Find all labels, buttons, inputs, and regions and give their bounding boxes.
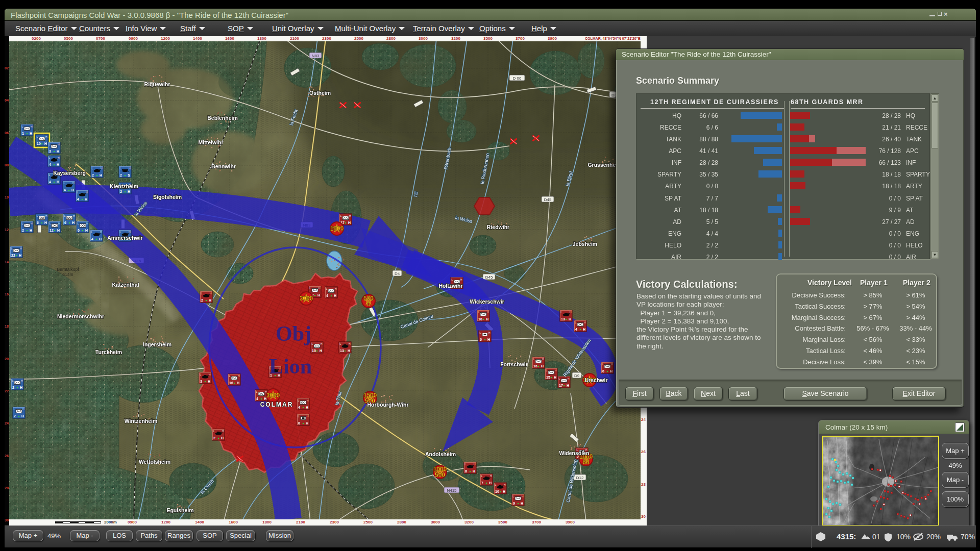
svg-text:D45: D45: [544, 197, 552, 202]
svg-text:H: H: [348, 349, 350, 353]
svg-text:H: H: [503, 490, 505, 493]
svg-text:H: H: [320, 349, 322, 353]
svg-text:2: 2: [120, 190, 122, 193]
svg-text:3: 3: [49, 149, 51, 153]
svg-text:Horbourgh-Wihr: Horbourgh-Wihr: [368, 402, 409, 408]
svg-text:70%: 70%: [961, 533, 975, 541]
svg-text:H: H: [489, 481, 492, 485]
svg-text:4: 4: [326, 294, 328, 297]
svg-text:13: 13: [340, 349, 344, 353]
svg-text:L: L: [49, 156, 51, 159]
svg-text:4: 4: [298, 406, 300, 409]
svg-text:H: H: [221, 436, 224, 440]
svg-text:D4: D4: [395, 271, 400, 276]
svg-text:H: H: [129, 167, 131, 170]
svg-text:H: H: [522, 495, 524, 498]
svg-text:L: L: [78, 222, 79, 225]
svg-text:H: H: [317, 293, 320, 297]
svg-text:L: L: [561, 311, 562, 314]
svg-text:L: L: [480, 331, 481, 334]
svg-text:H: H: [487, 338, 490, 341]
svg-text:L: L: [533, 358, 535, 361]
svg-text:Wettolsheim: Wettolsheim: [139, 459, 170, 465]
svg-text:16: 16: [478, 317, 482, 321]
svg-text:D45: D45: [485, 275, 493, 280]
svg-text:H: H: [100, 173, 102, 177]
svg-text:H: H: [584, 321, 586, 324]
svg-text:Niedermorschwihr: Niedermorschwihr: [57, 313, 104, 319]
svg-text:Sigolsheim: Sigolsheim: [153, 194, 182, 200]
svg-text:50: 50: [582, 459, 590, 466]
svg-text:H: H: [348, 221, 351, 224]
svg-text:H: H: [335, 287, 337, 290]
svg-text:7: 7: [481, 481, 483, 485]
svg-text:H: H: [474, 463, 476, 466]
svg-text:4: 4: [575, 328, 577, 331]
svg-text:L: L: [559, 377, 560, 380]
svg-text:4315:: 4315:: [837, 532, 856, 541]
svg-text:H: H: [72, 182, 75, 185]
svg-text:L: L: [14, 408, 15, 411]
svg-text:10: 10: [37, 142, 41, 145]
svg-text:H: H: [521, 502, 523, 505]
svg-text:H: H: [487, 311, 489, 314]
svg-text:15: 15: [546, 375, 550, 379]
svg-text:H: H: [473, 469, 475, 473]
svg-text:Eguisheim: Eguisheim: [166, 507, 193, 513]
svg-text:H: H: [504, 483, 506, 486]
svg-text:10: 10: [495, 490, 499, 493]
svg-text:H: H: [20, 247, 22, 250]
svg-text:H: H: [86, 222, 88, 225]
svg-text:L: L: [452, 278, 453, 281]
svg-text:L: L: [575, 321, 577, 324]
svg-text:2: 2: [12, 386, 14, 389]
svg-text:L: L: [326, 287, 328, 290]
svg-text:Andolsheim: Andolsheim: [425, 451, 456, 457]
svg-text:H: H: [306, 421, 308, 425]
svg-text:H: H: [486, 317, 488, 321]
svg-text:H: H: [460, 278, 462, 281]
svg-text:01: 01: [872, 533, 880, 541]
svg-text:0: 0: [367, 300, 371, 308]
svg-text:2: 2: [92, 173, 94, 177]
svg-text:L: L: [120, 167, 121, 170]
svg-text:H: H: [488, 331, 491, 334]
svg-text:4: 4: [49, 180, 51, 184]
svg-text:Kientzheim: Kientzheim: [110, 183, 138, 189]
svg-text:H: H: [58, 156, 60, 159]
svg-text:15: 15: [312, 349, 316, 353]
svg-text:L: L: [312, 342, 313, 345]
svg-text:H: H: [20, 386, 22, 389]
svg-text:D9: D9: [574, 373, 580, 378]
svg-text:12: 12: [50, 229, 54, 232]
svg-text:Widensolen: Widensolen: [559, 450, 590, 456]
svg-text:H: H: [30, 229, 32, 232]
svg-text:L: L: [49, 173, 51, 177]
svg-text:H: H: [100, 231, 102, 234]
svg-text:H: H: [222, 430, 224, 433]
svg-text:L: L: [49, 143, 51, 146]
svg-text:H: H: [349, 214, 351, 217]
svg-text:Obj: Obj: [276, 322, 311, 345]
svg-text:Beblenheim: Beblenheim: [207, 115, 238, 121]
svg-text:H: H: [555, 369, 557, 372]
svg-text:Fortschwir: Fortschwir: [500, 361, 528, 367]
svg-text:6: 6: [602, 369, 604, 373]
svg-text:L: L: [77, 191, 79, 194]
svg-text:L: L: [310, 287, 311, 290]
svg-text:H: H: [570, 311, 572, 314]
svg-text:6: 6: [78, 229, 80, 232]
svg-text:H: H: [57, 149, 59, 153]
svg-text:H: H: [554, 375, 556, 379]
svg-text:H: H: [57, 163, 59, 166]
svg-text:N83: N83: [312, 54, 320, 58]
svg-text:H: H: [44, 221, 47, 224]
svg-text:H: H: [57, 229, 60, 232]
svg-text:l'Ill: l'Ill: [413, 191, 419, 197]
svg-text:6: 6: [37, 221, 39, 224]
svg-text:6: 6: [298, 421, 300, 425]
svg-text:H: H: [86, 191, 88, 194]
svg-text:L: L: [120, 231, 121, 234]
svg-text:2: 2: [213, 436, 215, 440]
svg-text:13: 13: [561, 317, 565, 321]
